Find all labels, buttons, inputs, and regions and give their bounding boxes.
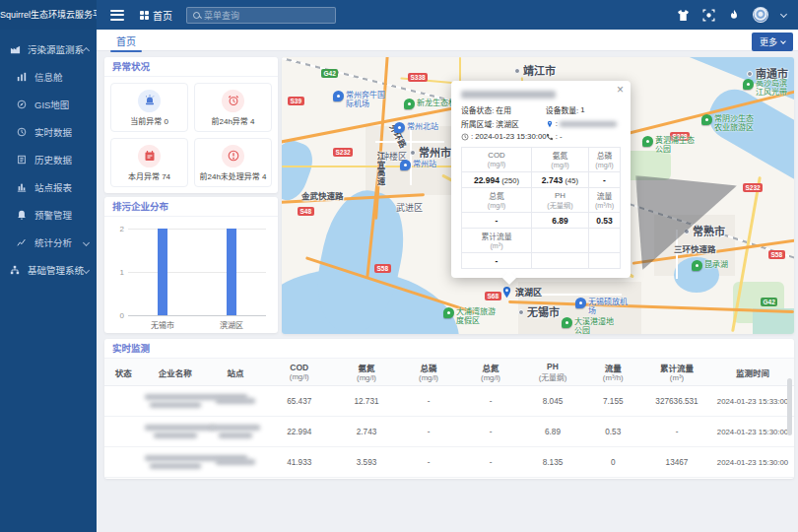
sidebar-item-pollution-system[interactable]: 污染源监测系统 — [0, 35, 97, 63]
app-logo: Squirrel生态环境云服务平台 — [0, 0, 97, 30]
cell-value: 327636.531 — [642, 386, 711, 417]
content: 异常状况 当前异常 0前24h异常 4本月异常 74前24h未处理异常 4 排污… — [97, 51, 798, 532]
search-icon — [193, 12, 200, 19]
stat-card-3[interactable]: 前24h未处理异常 4 — [194, 138, 272, 187]
grid-icon — [140, 11, 149, 20]
map-poi[interactable]: 大溪港湿地公园 — [562, 317, 618, 334]
siren-icon — [138, 90, 161, 112]
stat-card-0[interactable]: 当前异常 0 — [110, 83, 188, 132]
table-row[interactable]: 65.43712.731--8.0457.155327636.5312024-0… — [104, 386, 794, 417]
popup-field: 所属区域:滨湖区 — [461, 118, 546, 129]
dashboard-icon — [17, 72, 30, 82]
map-poi[interactable]: 常州北站 — [394, 122, 438, 133]
exclamation-icon — [222, 145, 244, 167]
selected-station-marker[interactable]: 滨湖区 — [500, 286, 542, 299]
table-row[interactable]: 22.9942.743--6.890.53-2024-01-23 15:30:0… — [104, 417, 794, 447]
avatar[interactable] — [753, 7, 768, 23]
popup-field: :2024-01-23 15:30:00 — [461, 132, 546, 141]
cell-value: 0.53 — [584, 417, 643, 447]
station-name-redacted — [461, 91, 556, 99]
table-scrollbar[interactable] — [787, 378, 792, 435]
sidebar-item-info-hub[interactable]: 信息舱 — [0, 63, 97, 91]
chevron-down-icon[interactable] — [780, 10, 787, 17]
road-badge: S232 — [743, 183, 763, 192]
screenshot-icon[interactable] — [702, 9, 715, 22]
cell-value: - — [398, 447, 460, 478]
site-name-redacted — [208, 386, 263, 417]
road-badge: S232 — [333, 148, 353, 157]
poi-pin-icon — [333, 91, 344, 101]
cell-value: - — [398, 417, 460, 447]
map-road-label: 三环快速路 — [674, 242, 716, 254]
cell-value: 22.994 — [263, 417, 336, 447]
map-poi[interactable]: 昆承湖 — [692, 260, 728, 271]
sidebar-item-alert-manage[interactable]: 预警管理 — [0, 201, 97, 229]
company-name-redacted — [143, 417, 209, 447]
map-city-label: 常州市 — [410, 144, 451, 160]
popup-metric-value-row: - — [462, 253, 621, 269]
map-poi[interactable]: 高沙岛滨江风光带 — [743, 79, 794, 97]
app: Squirrel生态环境云服务平台 首页 菜单查询 污染源监测系统信息舱GIS地… — [0, 0, 798, 532]
realtime-monitor-panel: 实时监测 状态企业名称站点COD(mg/l)氨氮(mg/l)总磷(mg/l)总氮… — [104, 339, 794, 479]
cell-value: 2024-01-23 15:30:00 — [711, 417, 794, 447]
map-city-label: 靖江市 — [514, 62, 556, 78]
settings-icon — [10, 265, 23, 275]
cell-value: 41.933 — [263, 447, 336, 478]
stat-card-1[interactable]: 前24h异常 4 — [194, 83, 272, 132]
sidebar-item-base-system[interactable]: 基础管理系统 — [0, 256, 97, 284]
road-badge: G42 — [321, 69, 338, 78]
map-poi[interactable]: 黄泗浦生态公园 — [642, 136, 698, 154]
map-poi[interactable]: 新龙生态林 — [404, 99, 456, 109]
stat-card-2[interactable]: 本月异常 74 — [110, 138, 188, 187]
search-placeholder: 菜单查询 — [204, 9, 239, 22]
more-button[interactable]: 更多 — [752, 33, 793, 51]
panel-title: 排污企业分布 — [104, 197, 278, 217]
panel-title: 异常状况 — [104, 57, 278, 77]
theme-shirt-icon[interactable] — [677, 9, 690, 22]
sidebar-item-history-data[interactable]: 历史数据 — [0, 146, 97, 173]
close-icon[interactable]: × — [617, 84, 624, 96]
flame-icon[interactable] — [728, 9, 740, 21]
site-name-redacted — [208, 447, 263, 478]
map-poi[interactable]: 无锡硕放机场 — [575, 298, 632, 315]
sidebar-item-gis-map[interactable]: GIS地图 — [0, 91, 97, 118]
cell-value: 8.135 — [522, 447, 584, 478]
cell-value: 7.155 — [584, 386, 643, 417]
map-poi[interactable]: 常州奔牛国际机场 — [333, 91, 389, 108]
sidebar-item-stats-analysis[interactable]: 统计分析 — [0, 229, 97, 256]
map-poi[interactable]: 大浦湾旅游度假区 — [443, 307, 499, 325]
park-pin-icon — [642, 136, 653, 147]
breadcrumb-home[interactable]: 首页 — [140, 8, 172, 23]
road-badge: S338 — [408, 73, 428, 82]
abnormal-status-panel: 异常状况 当前异常 0前24h异常 4本月异常 74前24h未处理异常 4 — [104, 57, 278, 193]
map[interactable]: 靖江市南通市常州市无锡市常熟市武进区钟楼区金武快速路三环快速路江宜高速外环路G4… — [282, 57, 794, 334]
popup-field: :- — [546, 132, 621, 141]
panel-title: 实时监测 — [104, 339, 794, 359]
location-pin-icon — [500, 286, 513, 299]
sidebar-item-realtime-data[interactable]: 实时数据 — [0, 118, 97, 146]
site-name-redacted — [208, 417, 263, 447]
cell-value: 13467 — [642, 447, 711, 478]
sidebar-item-site-report[interactable]: 站点报表 — [0, 173, 97, 201]
tab-home[interactable]: 首页 — [116, 33, 136, 48]
company-name-redacted — [143, 386, 209, 417]
cell-value: 2024-01-23 15:30:00 — [711, 447, 794, 478]
cell-value: 8.045 — [522, 386, 584, 417]
chevron-down-icon — [83, 238, 90, 245]
chevron-down-icon — [83, 266, 90, 273]
map-poi[interactable]: 常州站 — [400, 160, 436, 170]
map-city-label: 无锡市 — [518, 303, 560, 319]
cell-value: - — [398, 386, 460, 417]
factory-icon — [10, 44, 23, 55]
bar-无锡市 — [158, 229, 167, 315]
table-row[interactable]: 41.9333.593--8.1350134672024-01-23 15:30… — [104, 447, 794, 478]
cell-value: - — [460, 417, 522, 447]
search-input[interactable]: 菜单查询 — [186, 7, 336, 24]
park-pin-icon — [743, 79, 754, 90]
menu-toggle-icon[interactable] — [110, 7, 124, 23]
stat-label: 本月异常 74 — [128, 170, 170, 181]
park-pin-icon — [692, 260, 702, 271]
bar-chart: 012无锡市滨湖区 — [128, 229, 266, 315]
map-poi[interactable]: 常阴沙生态农业旅游区 — [701, 114, 758, 132]
popup-field: 设备状态:在用 — [461, 104, 546, 115]
